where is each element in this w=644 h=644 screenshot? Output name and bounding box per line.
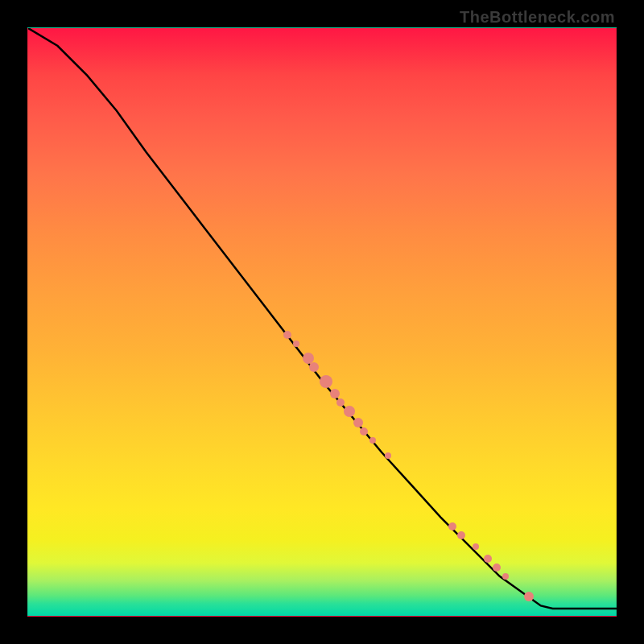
watermark-text: TheBottleneck.com	[460, 8, 615, 27]
data-point	[309, 362, 319, 372]
data-point	[457, 531, 465, 539]
data-point	[360, 427, 368, 436]
data-point	[330, 389, 340, 398]
data-point	[283, 331, 291, 339]
data-point	[293, 341, 299, 347]
data-point	[502, 573, 509, 580]
data-point	[493, 564, 501, 572]
data-point	[484, 555, 492, 563]
data-point	[473, 543, 479, 550]
data-point	[369, 437, 376, 444]
data-point	[336, 398, 345, 407]
data-point	[448, 522, 456, 530]
data-point	[524, 592, 534, 601]
chart-container: TheBottleneck.com	[0, 0, 644, 644]
data-point	[353, 418, 363, 427]
curve-line	[28, 28, 617, 617]
data-point	[320, 375, 332, 388]
data-point	[344, 406, 355, 417]
data-point	[385, 452, 391, 459]
plot-area	[27, 27, 617, 617]
